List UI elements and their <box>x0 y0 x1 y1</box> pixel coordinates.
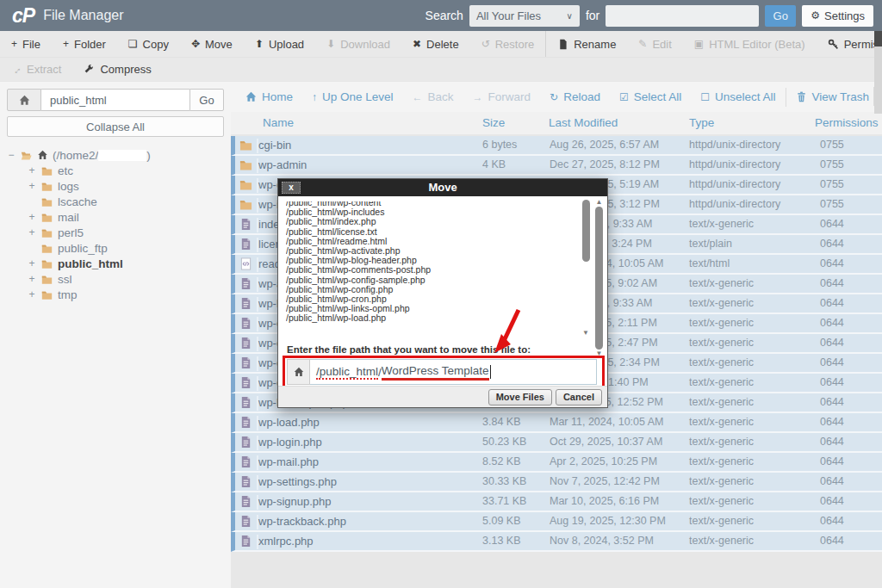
move-files-button[interactable]: Move Files <box>488 389 552 405</box>
table-row[interactable]: wp-admin 4 KB Dec 27, 2025, 8:12 PM http… <box>231 156 882 176</box>
file-type: httpd/unix-directory <box>689 156 780 174</box>
toolbar-button[interactable]: Rename <box>545 31 627 57</box>
toolbar-button[interactable]: ▣ HTML Editor (Beta) <box>683 31 817 57</box>
toolbar-button[interactable]: ↺ Restore <box>470 31 546 57</box>
scroll-down-icon[interactable]: ▼ <box>581 330 591 337</box>
toolbar-button[interactable]: ⬆ Upload <box>244 31 315 57</box>
expand-toggle[interactable]: + <box>28 180 36 192</box>
expand-toggle[interactable]: + <box>28 226 36 238</box>
extract-icon: ↔ <box>9 62 24 77</box>
tree-item[interactable]: public_ftp <box>7 240 224 256</box>
file-size: 50.23 KB <box>482 433 526 451</box>
tree-item-label: tmp <box>58 288 78 301</box>
column-name[interactable]: Name <box>263 112 294 134</box>
file-type: text/x-generic <box>689 413 754 431</box>
home-icon[interactable] <box>287 359 310 385</box>
file-type: text/x-generic <box>689 215 754 233</box>
nav-button[interactable]: → Forward <box>463 88 541 107</box>
cancel-button[interactable]: Cancel <box>556 389 602 405</box>
list-scrollbar[interactable]: ▼ <box>581 199 591 337</box>
toolbar-button[interactable]: ❏ Copy <box>117 31 180 57</box>
toolbar-button[interactable]: ↔ Extract <box>0 58 72 81</box>
toolbar-button[interactable]: ⬇ Download <box>315 31 401 57</box>
expand-toggle[interactable]: + <box>28 211 36 223</box>
collapse-all-button[interactable]: Collapse All <box>7 116 224 137</box>
settings-button[interactable]: ⚙ Settings <box>802 5 873 27</box>
tree-item[interactable]: + etc <box>7 163 224 178</box>
move-path-input[interactable]: /public_html/WordPress Template <box>310 359 597 385</box>
file-permissions: 0644 <box>820 314 844 332</box>
toolbar-button[interactable]: ✎ Edit <box>627 31 682 57</box>
toolbar-button-label: HTML Editor (Beta) <box>709 38 805 51</box>
doc-icon <box>239 317 258 331</box>
close-icon[interactable]: x <box>282 182 301 194</box>
tree-item[interactable]: + ssl <box>7 271 224 287</box>
path-go-button[interactable]: Go <box>189 89 224 111</box>
table-row[interactable]: wp-load.php 3.84 KB Mar 11, 2024, 10:05 … <box>231 413 882 433</box>
toolbar-button-label: Download <box>340 38 390 51</box>
nav-button[interactable]: ☐ Unselect All <box>691 88 785 107</box>
nav-button[interactable]: View Trash <box>786 88 879 107</box>
root-path-label: (/home2/) <box>53 149 151 162</box>
toolbar-button[interactable]: + File <box>0 31 52 57</box>
tree-item[interactable]: lscache <box>7 194 224 209</box>
expand-toggle[interactable]: + <box>28 164 36 176</box>
file-size: 6 bytes <box>482 136 517 154</box>
tree-root[interactable]: − (/home2/) <box>7 147 224 163</box>
app-header: cP File Manager Search All Your Files ∨ … <box>0 0 882 31</box>
search-input[interactable] <box>606 5 759 27</box>
toolbar-button[interactable]: ✖ Delete <box>401 31 470 57</box>
file-type: text/x-generic <box>689 314 754 332</box>
nav-button[interactable]: ↑ Up One Level <box>302 88 403 107</box>
search-scope-select[interactable]: All Your Files ∨ <box>469 5 580 27</box>
nav-button[interactable]: Home <box>236 88 302 107</box>
scrollbar-thumb[interactable] <box>874 31 882 46</box>
table-row[interactable]: wp-signup.php 33.71 KB Mar 10, 2025, 6:1… <box>231 492 882 512</box>
tree-item[interactable]: + logs <box>7 178 224 194</box>
column-type[interactable]: Type <box>689 112 714 134</box>
nav-button[interactable]: ☑ Select All <box>610 88 691 107</box>
scrollbar-thumb[interactable] <box>595 207 603 350</box>
file-modified: Apr 2, 2025, 10:25 PM <box>550 453 657 471</box>
scroll-up-icon[interactable]: ▲ <box>593 199 605 206</box>
collapse-toggle[interactable]: − <box>7 149 16 161</box>
move-file-path: /public_html/index.php <box>286 217 577 226</box>
column-size[interactable]: Size <box>482 112 505 134</box>
home-icon[interactable] <box>7 89 41 111</box>
page-scrollbar[interactable] <box>874 31 882 114</box>
copy-icon: ❏ <box>128 39 138 49</box>
tree-item[interactable]: + perl5 <box>7 225 224 240</box>
nav-button[interactable]: ↻ Reload <box>540 88 610 107</box>
file-type: text/x-generic <box>689 453 754 471</box>
expand-toggle[interactable]: + <box>28 273 36 285</box>
doc-icon <box>239 356 258 371</box>
expand-toggle[interactable]: + <box>28 288 36 300</box>
table-row[interactable]: xmlrpc.php 3.13 KB Nov 8, 2024, 3:52 PM … <box>231 532 882 552</box>
file-permissions: 0644 <box>820 393 844 412</box>
tree-item[interactable]: + mail <box>7 209 224 225</box>
scrollbar-thumb[interactable] <box>582 200 590 262</box>
file-modified: Nov 8, 2024, 3:52 PM <box>550 532 654 550</box>
doc-icon <box>239 238 258 252</box>
search-go-button[interactable]: Go <box>765 5 796 27</box>
plus-icon: + <box>11 39 17 49</box>
file-type: text/x-generic <box>689 532 754 550</box>
toolbar-button[interactable]: Permissions <box>817 31 882 57</box>
expand-toggle[interactable]: + <box>28 257 36 269</box>
nav-button[interactable]: ← Back <box>403 88 463 107</box>
table-row[interactable]: cgi-bin 6 bytes Aug 26, 2025, 6:57 AM ht… <box>231 136 882 156</box>
tree-item[interactable]: + tmp <box>7 287 224 302</box>
column-permissions[interactable]: Permissions <box>815 112 879 134</box>
column-last-modified[interactable]: Last Modified <box>549 112 618 134</box>
table-row[interactable]: wp-trackback.php 5.09 KB Aug 19, 2025, 1… <box>231 512 882 532</box>
toolbar-button[interactable]: ✥ Move <box>180 31 244 57</box>
toolbar-button[interactable]: Compress <box>72 58 162 81</box>
scroll-down-icon[interactable]: ▼ <box>593 350 605 357</box>
table-row[interactable]: wp-mail.php 8.52 KB Apr 2, 2025, 10:25 P… <box>231 453 882 473</box>
tree-item[interactable]: + public_html <box>7 256 224 271</box>
toolbar-button[interactable]: + Folder <box>52 31 117 57</box>
path-input[interactable]: public_html <box>41 89 189 111</box>
table-row[interactable]: wp-login.php 50.23 KB Oct 29, 2025, 10:3… <box>231 433 882 453</box>
table-row[interactable]: wp-settings.php 30.33 KB Nov 7, 2025, 12… <box>231 473 882 492</box>
file-type: httpd/unix-directory <box>689 136 780 154</box>
